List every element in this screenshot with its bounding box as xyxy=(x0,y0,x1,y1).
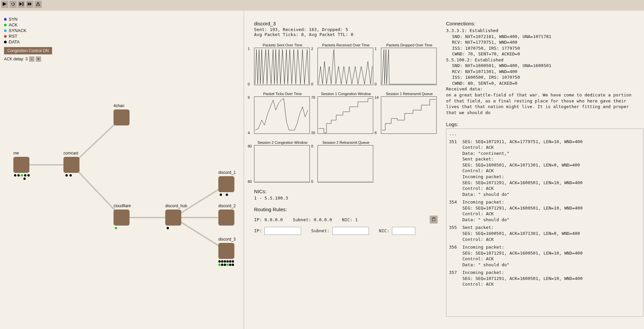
axis-max: 0 xyxy=(311,144,313,148)
logs-ellipsis: ... xyxy=(449,131,640,137)
rr-ip-input-group: IP: xyxy=(254,227,301,235)
play-icon xyxy=(3,2,7,7)
svg-marker-3 xyxy=(28,2,30,6)
node-box xyxy=(218,243,234,259)
log-entry: 356Incoming packet: SEG: SEQ=1071291, AC… xyxy=(449,244,640,268)
log-tick: 355 xyxy=(449,225,462,231)
sparkline-icon xyxy=(254,48,309,85)
log-tick: 351 xyxy=(449,139,462,145)
node-comcast[interactable]: comcast xyxy=(63,157,79,173)
received-label: Received data: xyxy=(446,86,637,92)
logs-box[interactable]: ... 351SEG: SEQ=1071911, ACK=1779751, LE… xyxy=(446,128,643,317)
play-button[interactable] xyxy=(1,1,8,8)
sparkline-icon xyxy=(254,97,309,133)
node-box xyxy=(218,210,234,226)
connections-heading: Connections: xyxy=(446,21,637,26)
routing-rule-row: IP: 0.0.0.0 Subnet: 0.0.0.0 NIC: 1 xyxy=(254,216,438,224)
svg-marker-0 xyxy=(3,2,7,6)
network-graph-panel: SYN ACK SYNACK RST DATA Congestion Contr… xyxy=(0,11,244,329)
ip-input[interactable] xyxy=(264,227,301,235)
detail-center: discord_3 Sent: 193, Received: 163, Drop… xyxy=(254,21,438,327)
dot-icon xyxy=(224,260,226,263)
dot-icon xyxy=(221,264,223,266)
warn-button[interactable] xyxy=(34,1,42,8)
node-discord-3[interactable]: discord_3 xyxy=(218,243,234,259)
node-discord-1[interactable]: discord_1 xyxy=(218,176,234,192)
step-button[interactable] xyxy=(18,1,25,8)
chart-title: Session 1 Retransmit Queue xyxy=(381,92,438,96)
dot-icon xyxy=(229,264,231,266)
rr-nic: NIC: 1 xyxy=(342,217,358,222)
node-me[interactable]: me xyxy=(13,157,29,173)
stats-line: Sent: 193, Received: 163, Dropped: 5 xyxy=(254,27,438,32)
axis-max: 9 xyxy=(248,95,250,99)
axis-max: 80 xyxy=(248,144,252,148)
chart-title: Session 2 Retransmit Queue xyxy=(317,140,374,144)
node-discord-2[interactable]: discord_2 xyxy=(218,210,234,226)
axis-min: 8 xyxy=(375,131,377,135)
conn-line: SND: NXT=1072181, WND=400, UNA=1071781 xyxy=(446,34,637,40)
node-label: discord_hub xyxy=(165,204,187,208)
sparkline-icon xyxy=(381,97,436,133)
dot-icon xyxy=(218,260,221,263)
nic-input[interactable] xyxy=(392,227,415,235)
chart-title: Session 2 Congestion Window xyxy=(254,140,311,144)
fast-forward-icon xyxy=(28,2,32,7)
sparkline-icon xyxy=(318,97,373,133)
rr-nic-input-group: NIC: xyxy=(379,227,415,235)
chart-box: 2 0 xyxy=(317,48,373,85)
step-icon xyxy=(19,2,23,7)
axis-min: 4 xyxy=(248,131,250,135)
detail-right: Connections: 3.3.3.1: Established SND: N… xyxy=(446,21,637,327)
connections-block: 3.3.3.1: Established SND: NXT=1072181, W… xyxy=(446,28,637,115)
axis-max: 70 xyxy=(311,95,315,99)
dot-icon xyxy=(65,174,68,177)
conn-line: CWND: 70, SENT=70, ACKED=0 xyxy=(446,51,637,57)
node-4chan[interactable]: 4chan xyxy=(114,109,130,125)
node-box xyxy=(218,176,234,192)
chart-title: Session 1 Congestion Window xyxy=(317,92,374,96)
node-box xyxy=(63,157,79,173)
logs-heading: Logs: xyxy=(446,121,637,127)
reset-button[interactable] xyxy=(9,1,17,8)
dot-icon xyxy=(218,264,221,266)
chart-box: 1 0 xyxy=(254,48,310,85)
node-discord-hub[interactable]: discord_hub xyxy=(165,210,181,226)
routing-rule-input-row: IP: Subnet: NIC: xyxy=(254,227,438,235)
fast-forward-button[interactable] xyxy=(26,1,33,8)
dot-icon xyxy=(229,260,231,263)
conn-line: ISS: 1600500, IRS: 1070750 xyxy=(446,74,637,80)
rr-subnet-input-group: Subnet: xyxy=(311,227,369,235)
warn-icon xyxy=(36,2,40,7)
axis-min: 80 xyxy=(248,180,252,184)
node-label: cloudflare xyxy=(114,204,131,208)
node-cloudflare[interactable]: cloudflare xyxy=(114,210,130,226)
log-tick: 356 xyxy=(449,244,462,250)
chart-title: Packets Dropped Over Time xyxy=(381,43,438,47)
conn-line: SND: NXT=1600501, WND=400, UNA=1600501 xyxy=(446,63,637,69)
axis-min: 0 xyxy=(311,82,313,86)
dot-icon xyxy=(21,174,23,177)
node-box xyxy=(165,210,181,226)
chart-packet-ticks: Packet Ticks Over Time 9 4 xyxy=(254,92,311,134)
dot-icon xyxy=(226,194,228,196)
log-entry: 357Incoming packet: SEG: SEQ=1071291, AC… xyxy=(449,270,640,287)
conn-line: ISS: 1070750, IRS: 1779750 xyxy=(446,45,637,51)
log-entry: 355Sent packet: SEG: SEQ=1600501, ACK=10… xyxy=(449,225,640,242)
dot-icon xyxy=(27,174,30,177)
rr-subnet: Subnet: 0.0.0.0 xyxy=(293,217,332,222)
chart-title: Packet Ticks Over Time xyxy=(254,92,311,96)
svg-rect-2 xyxy=(23,2,23,6)
node-label: 4chan xyxy=(114,103,125,108)
delete-rule-button[interactable] xyxy=(430,216,438,224)
log-tick: 357 xyxy=(449,270,462,276)
selected-node-title: discord_3 xyxy=(254,21,438,26)
svg-marker-1 xyxy=(19,2,22,6)
subnet-input[interactable] xyxy=(332,227,369,235)
nic-line: 1 - 5.5.100.3 xyxy=(254,196,438,201)
dot-icon xyxy=(226,264,229,266)
sparkline-icon xyxy=(318,48,373,85)
node-label: discord_3 xyxy=(218,237,236,242)
chart-title: Packets Sent Over Time xyxy=(254,43,311,47)
conn-line: RCV: NXT=1071301, WND=400 xyxy=(446,69,637,75)
